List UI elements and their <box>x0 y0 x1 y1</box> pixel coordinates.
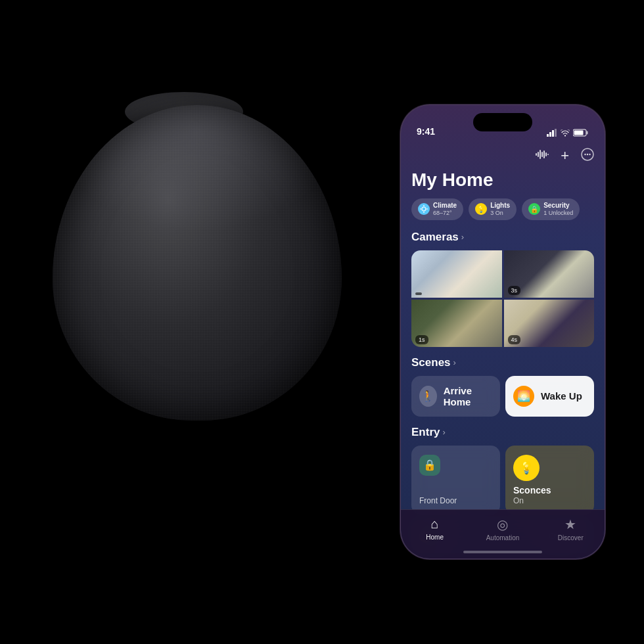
cameras-chevron: › <box>461 232 464 242</box>
scenes-chevron: › <box>453 357 456 367</box>
battery-icon <box>573 129 589 137</box>
top-actions: + <box>411 147 594 164</box>
discover-tab-icon: ★ <box>564 517 576 532</box>
add-icon[interactable]: + <box>561 147 569 164</box>
svg-rect-10 <box>541 152 543 157</box>
home-tab-label: Home <box>426 534 444 541</box>
svg-rect-0 <box>547 134 549 137</box>
svg-point-17 <box>589 153 590 154</box>
dynamic-island <box>473 113 532 131</box>
camera-cell-2[interactable]: 3s <box>504 250 595 298</box>
camera-cell-4[interactable]: 4s <box>504 300 595 347</box>
tab-discover[interactable]: ★ Discover <box>537 517 605 541</box>
sconces-card[interactable]: 💡 Sconces On <box>505 446 594 515</box>
homepod-body <box>53 105 342 421</box>
entry-section-header[interactable]: Entry › <box>411 426 594 439</box>
svg-rect-2 <box>552 130 554 137</box>
climate-pill-text: Climate 68–72° <box>433 202 457 217</box>
camera-cell-1[interactable] <box>411 250 502 298</box>
lights-label: Lights <box>490 202 510 210</box>
front-door-card[interactable]: 🔒 Front Door <box>411 446 500 515</box>
entry-chevron: › <box>442 427 445 437</box>
climate-value: 68–72° <box>433 210 457 217</box>
wakeup-label: Wake Up <box>541 390 582 402</box>
security-value: 1 Unlocked <box>543 210 573 217</box>
lights-value: 3 On <box>490 210 510 217</box>
cameras-section-header[interactable]: Cameras › <box>411 231 594 244</box>
automation-tab-icon: ◎ <box>497 517 508 532</box>
app-content: + My Home <box>401 141 605 559</box>
status-time: 9:41 <box>417 126 435 137</box>
automation-tab-label: Automation <box>486 534 520 541</box>
status-pills: Climate 68–72° 💡 Lights 3 On 🔒 <box>411 198 594 220</box>
svg-point-18 <box>422 207 426 211</box>
iphone-frame: 9:41 <box>401 105 605 559</box>
wake-up-button[interactable]: 🌅 Wake Up <box>505 376 594 417</box>
lights-icon: 💡 <box>475 203 487 215</box>
climate-label: Climate <box>433 202 457 210</box>
svg-rect-3 <box>555 129 557 137</box>
home-tab-icon: ⌂ <box>431 517 439 532</box>
arrive-home-button[interactable]: 🚶 Arrive Home <box>411 376 500 417</box>
lights-pill[interactable]: 💡 Lights 3 On <box>469 198 517 220</box>
front-door-label: Front Door <box>419 496 492 505</box>
front-door-icon: 🔒 <box>419 455 440 476</box>
more-icon[interactable] <box>581 148 594 164</box>
home-title: My Home <box>411 170 594 191</box>
camera-badge-2: 3s <box>508 286 521 295</box>
climate-pill[interactable]: Climate 68–72° <box>411 198 463 220</box>
sconces-info: Sconces On <box>513 485 586 505</box>
security-pill-text: Security 1 Unlocked <box>543 202 573 217</box>
security-label: Security <box>543 202 573 210</box>
svg-rect-9 <box>540 150 541 159</box>
tab-automation[interactable]: ◎ Automation <box>469 517 536 541</box>
tab-home[interactable]: ⌂ Home <box>401 517 469 541</box>
scenes-row: 🚶 Arrive Home 🌅 Wake Up <box>411 376 594 417</box>
svg-rect-6 <box>574 131 584 135</box>
arrive-icon: 🚶 <box>419 386 437 407</box>
wakeup-icon: 🌅 <box>513 386 534 407</box>
sconces-status: On <box>513 496 586 505</box>
camera-badge-4: 4s <box>508 335 521 344</box>
arrive-label: Arrive Home <box>444 385 492 407</box>
signal-icon <box>547 129 557 137</box>
climate-icon <box>418 203 430 215</box>
sconces-icon: 💡 <box>513 455 540 481</box>
iphone: 9:41 <box>401 105 605 559</box>
svg-point-16 <box>587 153 588 154</box>
sconces-label: Sconces <box>513 485 586 496</box>
iphone-screen: 9:41 <box>401 105 605 559</box>
camera-badge-1 <box>415 292 422 295</box>
svg-rect-7 <box>536 153 537 156</box>
camera-cell-3[interactable]: 1s <box>411 300 502 347</box>
entry-title: Entry <box>411 426 440 439</box>
camera-badge-3: 1s <box>415 335 428 344</box>
security-icon: 🔒 <box>528 203 540 215</box>
status-icons <box>547 129 589 137</box>
cameras-title: Cameras <box>411 231 459 244</box>
svg-rect-5 <box>587 131 588 135</box>
camera-grid: 3s 1s 4s <box>411 250 594 347</box>
svg-rect-1 <box>549 132 551 137</box>
svg-point-15 <box>584 153 586 154</box>
svg-rect-13 <box>547 154 549 155</box>
svg-rect-12 <box>545 152 547 156</box>
svg-rect-11 <box>543 150 545 158</box>
wifi-icon <box>561 129 570 137</box>
security-pill[interactable]: 🔒 Security 1 Unlocked <box>522 198 580 220</box>
discover-tab-label: Discover <box>558 534 584 541</box>
homepod <box>39 53 381 552</box>
home-indicator <box>463 551 542 553</box>
waveform-icon[interactable] <box>536 149 549 163</box>
scenes-section-header[interactable]: Scenes › <box>411 356 594 369</box>
svg-rect-8 <box>538 152 539 157</box>
scenes-title: Scenes <box>411 356 451 369</box>
lights-pill-text: Lights 3 On <box>490 202 510 217</box>
